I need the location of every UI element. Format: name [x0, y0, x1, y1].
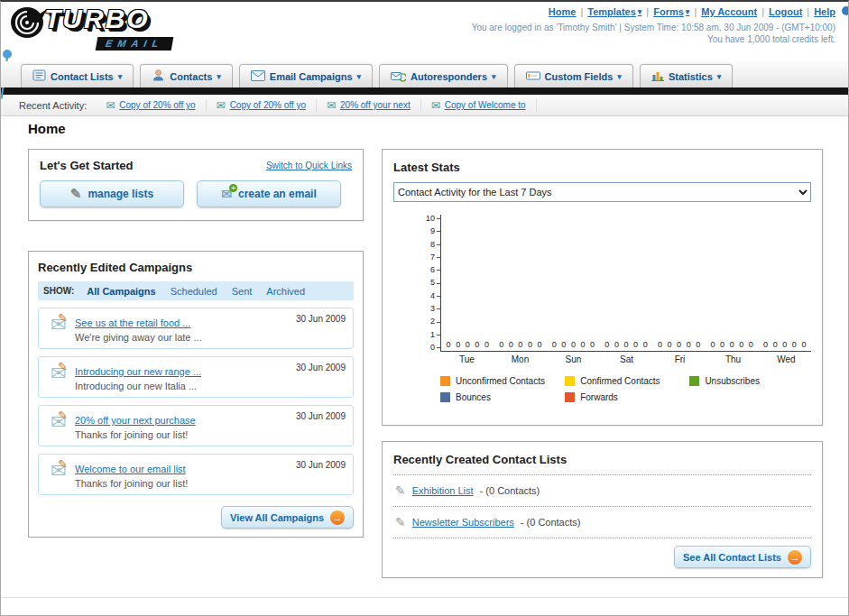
tab-contacts[interactable]: Contacts ▾ [140, 64, 233, 87]
campaign-date: 30 Jun 2009 [296, 460, 346, 470]
chevron-down-icon: ▾ [717, 72, 722, 81]
tab-contact-lists[interactable]: Contact Lists ▾ [21, 64, 134, 87]
contact-list-link[interactable]: Newsletter Subscribers [412, 517, 514, 528]
campaign-envelope-icon: ✉✎ [42, 411, 75, 433]
nav-link-templates[interactable]: Templates▾ [587, 6, 641, 17]
campaign-date: 30 Jun 2009 [296, 314, 346, 324]
chart-data-labels: 00000000000000000000000000000000000 [441, 340, 811, 349]
recent-contact-lists-panel: Recently Created Contact Lists ✎ Exhibit… [382, 441, 823, 578]
bar-value-group: 00000 [706, 340, 759, 349]
logo-primary-text: TURBO [44, 4, 172, 34]
campaign-filterbar: SHOW: All Campaigns Scheduled Sent Archi… [38, 281, 354, 300]
y-tick-label: 1 [420, 331, 440, 339]
chart-x-axis-labels: TueMonSunSatFriThuWed [440, 354, 813, 364]
tab-label: Email Campaigns [270, 71, 353, 82]
nav-separator: | [807, 6, 809, 17]
x-tick-label: Mon [494, 354, 547, 364]
legend-item: Bounces [440, 392, 565, 402]
bar-value-group: 00000 [652, 340, 706, 349]
manage-lists-button[interactable]: ✎ manage lists [40, 180, 184, 207]
envelope-icon: ✉ [327, 99, 336, 112]
x-tick-label: Sat [600, 354, 653, 364]
see-all-contact-lists-button[interactable]: See All Contact Lists → [674, 546, 811, 568]
recent-activity-item[interactable]: ✉ Copy of Welcome to [421, 99, 537, 112]
tab-email-campaigns[interactable]: Email Campaigns ▾ [239, 64, 373, 87]
campaign-row: ✉✎ Introducing our new range ... Introdu… [38, 356, 354, 398]
filter-archived[interactable]: Archived [259, 284, 312, 299]
show-label: SHOW: [43, 286, 74, 296]
campaign-subtitle: Thanks for joining our list! [75, 429, 289, 440]
app-window: TURBO EMAIL Home | Templates▾ | Forms▾ |… [0, 0, 849, 616]
tab-autoresponders[interactable]: Autoresponders ▾ [379, 64, 508, 87]
y-tick-label: 2 [420, 317, 440, 326]
campaign-envelope-icon: ✉✎ [42, 314, 75, 336]
tab-label: Custom Fields [545, 71, 614, 82]
filter-all-campaigns[interactable]: All Campaigns [79, 284, 162, 299]
x-tick-label: Tue [440, 354, 494, 364]
envelope-icon: ✉ [217, 99, 226, 112]
campaign-link[interactable]: See us at the retail food ... [75, 317, 190, 328]
legend-item: Unconfirmed Contacts [440, 376, 565, 386]
stats-period-select[interactable]: Contact Activity for the Last 7 Days [393, 182, 811, 202]
get-started-title: Let's Get Started [40, 159, 134, 172]
nav-link-logout[interactable]: Logout [769, 6, 802, 17]
campaign-link[interactable]: Welcome to our email list [75, 464, 186, 474]
legend-item: Unsubscribes [689, 376, 814, 386]
y-tick-label: 0 [420, 344, 440, 352]
campaign-row: ✉✎ See us at the retail food ... We're g… [38, 308, 354, 349]
filter-sent[interactable]: Sent [225, 284, 260, 299]
campaign-date: 30 Jun 2009 [296, 363, 346, 372]
contact-activity-chart: 109876543210 000000000000000000000000000… [393, 215, 811, 352]
pencil-icon: ✎ [395, 483, 406, 498]
y-tick-label: 9 [420, 227, 440, 235]
recent-activity-bar: Recent Activity: ✉ Copy of 20% off yo ✉ … [1, 95, 848, 116]
nav-link-my-account[interactable]: My Account [701, 6, 757, 17]
envelope-plus-icon: ✉+ [221, 187, 232, 201]
nav-link-forms[interactable]: Forms▾ [653, 6, 689, 17]
latest-stats-title: Latest Stats [393, 161, 811, 174]
recent-activity-item[interactable]: ✉ 20% off your next [317, 99, 421, 112]
campaign-link[interactable]: Introducing our new range ... [75, 366, 201, 377]
bar-value-group: 00000 [441, 340, 494, 349]
chart-legend: Unconfirmed Contacts Confirmed Contacts … [440, 376, 815, 409]
main-nav-tabbar: Contact Lists ▾ Contacts ▾ Email Campaig… [1, 61, 848, 87]
campaign-row: ✉✎ Welcome to our email list Thanks for … [38, 454, 354, 495]
legend-swatch-unsubscribes [689, 376, 699, 386]
view-all-campaigns-button[interactable]: View All Campaigns → [221, 506, 354, 529]
y-tick-label: 5 [420, 279, 440, 287]
y-tick-label: 3 [420, 305, 440, 313]
x-tick-label: Thu [706, 354, 760, 364]
nav-link-help[interactable]: Help [814, 6, 835, 17]
contact-list-count: - (0 Contacts) [521, 517, 581, 528]
nav-separator: | [761, 6, 764, 17]
tab-statistics[interactable]: Statistics ▾ [640, 64, 733, 87]
divider-bar [1, 87, 848, 95]
nav-link-home[interactable]: Home [549, 6, 577, 17]
recent-activity-item[interactable]: ✉ Copy of 20% off yo [96, 99, 206, 112]
recent-activity-item[interactable]: ✉ Copy of 20% off yo [207, 99, 317, 112]
contact-list-row: ✎ Newsletter Subscribers - (0 Contacts) [393, 507, 811, 538]
get-started-panel: Let's Get Started Switch to Quick Links … [28, 149, 364, 221]
chevron-down-icon: ▾ [638, 7, 642, 16]
create-email-button[interactable]: ✉+ create an email [197, 180, 341, 207]
tab-custom-fields[interactable]: Custom Fields ▾ [514, 64, 633, 87]
footer-divider [1, 597, 848, 598]
y-tick-label: 8 [420, 241, 440, 249]
y-tick-label: 10 [420, 215, 440, 223]
autoresponders-icon [391, 69, 406, 84]
chevron-down-icon: ▾ [118, 72, 123, 81]
switch-quick-links-link[interactable]: Switch to Quick Links [266, 161, 352, 170]
campaign-link[interactable]: 20% off your next purchase [75, 415, 196, 426]
nav-separator: | [694, 6, 697, 17]
campaign-date: 30 Jun 2009 [296, 411, 346, 421]
legend-item: Forwards [565, 392, 689, 402]
contact-list-link[interactable]: Exhibition List [412, 485, 474, 496]
statistics-icon [651, 69, 664, 83]
envelope-icon: ✉ [431, 99, 440, 112]
page-title: Home [28, 121, 66, 136]
custom-fields-icon [526, 69, 540, 84]
campaign-subtitle: We're giving away our late ... [75, 332, 289, 343]
filter-scheduled[interactable]: Scheduled [163, 284, 225, 299]
tab-label: Contact Lists [51, 71, 114, 82]
recent-activity-label: Recent Activity: [19, 100, 87, 111]
